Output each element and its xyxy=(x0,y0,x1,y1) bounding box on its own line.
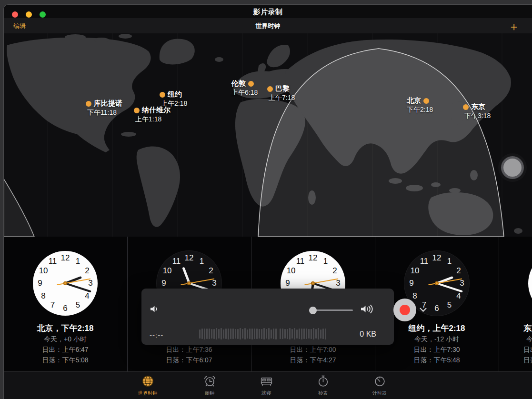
clock-numeral: 11 xyxy=(296,257,305,266)
clock-city-time: 东京，下午3:18 xyxy=(499,323,532,334)
city-time: 下午11:18 xyxy=(86,109,122,117)
clock-card-tokyo[interactable]: 123456789101112 东京，下午3:18 今天， 日出： 日落： xyxy=(499,237,532,371)
city-marker-paris[interactable]: 巴黎 上午7:18 xyxy=(267,84,295,102)
file-size: 0 KB xyxy=(360,330,376,339)
tab-label: 闹钟 xyxy=(186,390,233,397)
clock-center-cap xyxy=(63,281,67,285)
clock-numeral: 1 xyxy=(197,257,207,266)
clock-numeral: 9 xyxy=(407,279,416,288)
alarm-clock-icon xyxy=(203,375,216,388)
clock-numeral: 11 xyxy=(420,257,429,266)
clock-offset: 今天，+0 小时 xyxy=(4,335,127,344)
clock-numeral: 8 xyxy=(410,291,420,301)
analog-clock: 123456789101112 xyxy=(528,251,532,316)
page-title: 世界时钟 xyxy=(4,22,532,30)
clock-sunset: 日落：下午5:08 xyxy=(4,356,127,365)
clock-numeral: 9 xyxy=(283,279,292,288)
city-name: 东京 xyxy=(471,102,485,111)
clock-sunset: 日落： xyxy=(499,356,532,365)
add-city-button[interactable]: ＋ xyxy=(508,19,520,34)
city-dot xyxy=(248,81,254,87)
quicktime-clock-window: 影片录制 编辑 世界时钟 ＋ xyxy=(4,5,532,399)
city-time: 上午1:18 xyxy=(134,115,171,124)
city-dot xyxy=(86,101,91,107)
city-marker-cupertino[interactable]: 库比提诺 下午11:18 xyxy=(86,99,122,117)
city-marker-london[interactable]: 伦敦 上午6:18 xyxy=(231,79,266,97)
timer-icon xyxy=(373,375,386,388)
volume-slider-thumb[interactable] xyxy=(309,307,317,314)
tab-timer[interactable]: 计时器 xyxy=(356,375,403,397)
tab-alarm[interactable]: 闹钟 xyxy=(186,375,233,397)
city-dot xyxy=(267,86,273,92)
clock-numeral: 10 xyxy=(162,266,172,276)
city-name: 伦敦 xyxy=(231,79,246,88)
tab-label: 世界时钟 xyxy=(124,390,171,397)
city-dot xyxy=(463,104,469,110)
bottom-tab-bar: 世界时钟 闹钟 就寝 xyxy=(4,371,532,399)
clock-numeral: 1 xyxy=(73,257,83,266)
clock-numeral: 10 xyxy=(286,266,296,276)
clock-numeral: 12 xyxy=(432,253,442,263)
clock-numeral: 5 xyxy=(73,300,83,310)
clock-numeral: 2 xyxy=(206,266,216,276)
clock-sunrise: 日出：上午7:30 xyxy=(375,346,499,354)
clock-numeral: 4 xyxy=(82,291,92,301)
clock-numeral: 10 xyxy=(39,266,48,276)
tab-label: 秒表 xyxy=(299,390,347,397)
volume-low-icon[interactable] xyxy=(149,304,161,314)
tab-stopwatch[interactable]: 秒表 xyxy=(299,375,347,397)
globe-icon xyxy=(141,375,154,388)
clock-sunset: 日落：下午6:07 xyxy=(127,356,251,365)
city-marker-beijing[interactable]: 北京 下午2:18 xyxy=(407,96,441,114)
city-dot xyxy=(160,92,165,98)
clock-center-cap xyxy=(435,281,439,285)
clock-card-beijing[interactable]: 123456789101112 北京，下午2:18 今天，+0 小时 日出：上午… xyxy=(4,237,127,371)
window-title: 影片录制 xyxy=(4,8,532,17)
clock-numeral: 4 xyxy=(454,291,463,301)
tab-bedtime[interactable]: 就寝 xyxy=(242,375,290,397)
city-marker-newyork[interactable]: 纽约 上午2:18 xyxy=(160,90,187,108)
clock-numeral: 8 xyxy=(39,291,48,301)
city-name: 库比提诺 xyxy=(94,99,122,108)
city-time: 上午7:18 xyxy=(267,94,295,102)
elapsed-time: --:-- xyxy=(150,331,163,339)
recording-controls-overlay: --:-- 0 KB xyxy=(141,289,394,345)
city-marker-nashville[interactable]: 纳什维尔 上午1:18 xyxy=(134,106,171,124)
clock-sunset: 日落：下午4:27 xyxy=(251,356,375,365)
volume-high-icon[interactable] xyxy=(360,303,376,315)
city-dot xyxy=(134,108,140,113)
stopwatch-icon xyxy=(317,375,330,388)
clock-numeral: 6 xyxy=(432,304,442,313)
record-button[interactable] xyxy=(393,299,416,321)
bed-icon xyxy=(259,375,274,388)
clock-numeral: 10 xyxy=(410,266,420,276)
world-map: 库比提诺 下午11:18 纳什维尔 上午1:18 纽约 上午2:18 伦敦 上午… xyxy=(4,33,532,237)
audio-level-meter xyxy=(199,328,338,339)
clock-center-cap xyxy=(187,281,191,285)
clock-app-navbar: 编辑 世界时钟 ＋ xyxy=(4,18,532,33)
clock-numeral: 2 xyxy=(454,266,463,276)
volume-slider[interactable] xyxy=(310,309,353,311)
clock-city-time: 北京，下午2:18 xyxy=(4,323,127,334)
city-time: 上午2:18 xyxy=(160,100,187,108)
clock-sunrise: 日出：上午7:00 xyxy=(251,346,375,354)
record-dot xyxy=(400,305,410,315)
tab-world-clock[interactable]: 世界时钟 xyxy=(124,375,171,397)
city-marker-tokyo[interactable]: 东京 下午3:18 xyxy=(463,102,491,120)
clock-sunset: 日落：下午5:48 xyxy=(375,356,499,365)
clock-numeral: 12 xyxy=(184,253,194,263)
clock-numeral: 3 xyxy=(210,279,219,288)
chevron-down-icon[interactable] xyxy=(420,308,427,312)
clock-numeral: 2 xyxy=(82,266,92,276)
clock-numeral: 9 xyxy=(159,279,169,288)
clock-numeral: 12 xyxy=(308,253,318,263)
clock-center-cap xyxy=(311,281,315,285)
clock-numeral: 11 xyxy=(172,257,181,266)
clock-sunrise: 日出：上午6:47 xyxy=(4,346,127,354)
tab-label: 计时器 xyxy=(356,390,403,397)
clock-numeral: 3 xyxy=(457,279,467,288)
clock-numeral: 3 xyxy=(86,279,95,288)
city-name: 北京 xyxy=(407,96,421,105)
clock-sunrise: 日出： xyxy=(499,346,532,354)
window-titlebar[interactable]: 影片录制 xyxy=(4,5,532,18)
